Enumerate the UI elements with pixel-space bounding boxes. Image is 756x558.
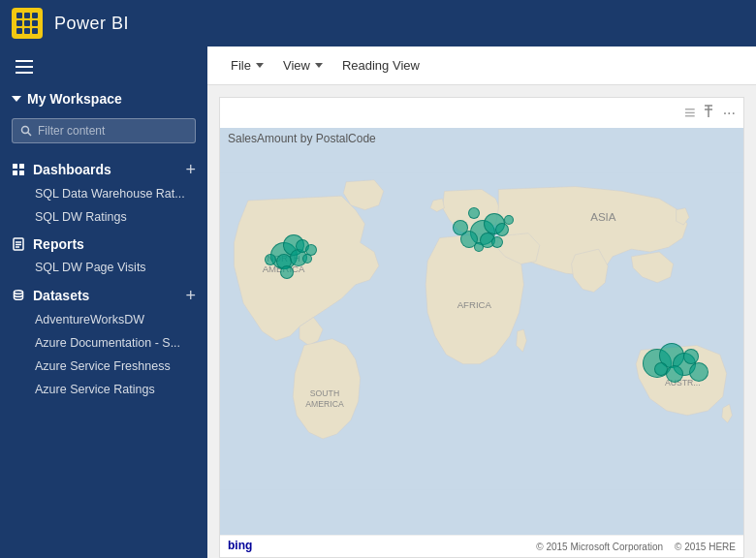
- reports-icon: [12, 237, 25, 251]
- file-label: File: [231, 58, 251, 73]
- pin-icon[interactable]: [702, 105, 715, 122]
- dataset-item-adventureworks[interactable]: AdventureWorksDW: [0, 308, 207, 331]
- bubble-eu-9: [504, 215, 514, 225]
- dataset-item-azure-freshness[interactable]: Azure Service Freshness: [0, 355, 207, 378]
- hamburger-menu[interactable]: [0, 46, 207, 87]
- svg-rect-5: [19, 170, 24, 175]
- reports-section-header[interactable]: Reports: [0, 229, 207, 256]
- content: My Workspace Dashboards + SQL Data Wareh…: [0, 46, 756, 558]
- svg-text:SOUTH: SOUTH: [310, 389, 339, 399]
- main-content: File View Reading View ≡ ···: [207, 46, 756, 558]
- filter-input[interactable]: [38, 124, 187, 138]
- view-chevron-icon: [315, 63, 323, 68]
- world-map-svg: NORTH AMERICA SOUTH AMERICA AFRICA ASIA …: [220, 128, 743, 535]
- map-card: ≡ ··· SalesAmount by PostalCode: [219, 97, 744, 558]
- drag-handle-icon[interactable]: ≡: [684, 102, 694, 124]
- reports-label: Reports: [33, 236, 84, 252]
- filter-box: [12, 118, 196, 143]
- waffle-icon: [16, 13, 38, 34]
- more-options-icon[interactable]: ···: [723, 105, 736, 122]
- reading-view-button[interactable]: Reading View: [334, 54, 427, 77]
- svg-point-0: [22, 127, 29, 134]
- bubble-au-4: [666, 365, 683, 383]
- hamburger-icon: [16, 60, 33, 74]
- svg-point-10: [15, 291, 23, 294]
- search-icon: [20, 125, 32, 137]
- bubble-au-7: [689, 362, 709, 382]
- map-copyright-here: © 2015 HERE: [675, 542, 736, 552]
- map-background: NORTH AMERICA SOUTH AMERICA AFRICA ASIA …: [220, 128, 743, 535]
- dashboard-item-sql-ratings[interactable]: SQL DW Ratings: [0, 205, 207, 229]
- map-copyright-ms: © 2015 Microsoft Corporation: [536, 542, 663, 552]
- svg-text:ASIA: ASIA: [590, 211, 616, 223]
- file-menu[interactable]: File: [223, 54, 271, 77]
- dashboards-section-header[interactable]: Dashboards +: [0, 153, 207, 182]
- bubble-na-8: [280, 265, 294, 279]
- svg-line-1: [28, 133, 31, 136]
- bubble-eu-10: [474, 242, 484, 252]
- bubble-eu-8: [453, 220, 468, 235]
- svg-rect-4: [13, 170, 17, 175]
- dashboard-icon: [12, 163, 25, 176]
- svg-text:bing: bing: [228, 539, 252, 552]
- report-item-sql-page-visits[interactable]: SQL DW Page Visits: [0, 256, 207, 279]
- add-dataset-button[interactable]: +: [185, 287, 196, 304]
- map-title: SalesAmount by PostalCode: [228, 132, 376, 145]
- svg-rect-2: [13, 164, 17, 169]
- view-toolbar: File View Reading View: [207, 46, 756, 85]
- bubble-na-9: [305, 244, 317, 256]
- dataset-item-azure-docs[interactable]: Azure Documentation - S...: [0, 331, 207, 355]
- app-icon[interactable]: [12, 8, 43, 39]
- bing-logo: bing: [228, 539, 259, 554]
- view-menu[interactable]: View: [275, 54, 331, 77]
- bubble-eu-7: [491, 236, 503, 248]
- map-footer: bing © 2015 Microsoft Corporation © 2015…: [220, 535, 743, 557]
- workspace-label: My Workspace: [27, 91, 122, 107]
- topbar: Power BI: [0, 0, 756, 46]
- workspace-chevron-icon: [12, 96, 21, 102]
- dashboards-label: Dashboards: [33, 162, 111, 177]
- bubble-eu-5: [495, 223, 509, 236]
- card-toolbar: ≡ ···: [220, 98, 743, 128]
- bubble-eu-6: [468, 207, 480, 219]
- dataset-item-azure-ratings[interactable]: Azure Service Ratings: [0, 378, 207, 401]
- sidebar: My Workspace Dashboards + SQL Data Wareh…: [0, 46, 207, 558]
- datasets-label: Datasets: [33, 288, 89, 303]
- svg-text:AMERICA: AMERICA: [305, 399, 344, 409]
- dashboard-item-sql-warehouse[interactable]: SQL Data Warehouse Rat...: [0, 182, 207, 205]
- datasets-icon: [12, 289, 25, 302]
- datasets-section-header[interactable]: Datasets +: [0, 279, 207, 308]
- bubble-au-5: [654, 362, 668, 376]
- svg-rect-3: [19, 164, 24, 169]
- view-label: View: [283, 58, 310, 73]
- bubble-na-6: [265, 254, 276, 265]
- workspace-section[interactable]: My Workspace: [0, 87, 207, 114]
- app-title: Power BI: [54, 14, 129, 34]
- add-dashboard-button[interactable]: +: [185, 161, 196, 178]
- svg-text:AFRICA: AFRICA: [457, 299, 492, 310]
- reading-view-label: Reading View: [342, 58, 420, 73]
- map-container: SalesAmount by PostalCode: [220, 128, 743, 535]
- file-chevron-icon: [256, 63, 264, 68]
